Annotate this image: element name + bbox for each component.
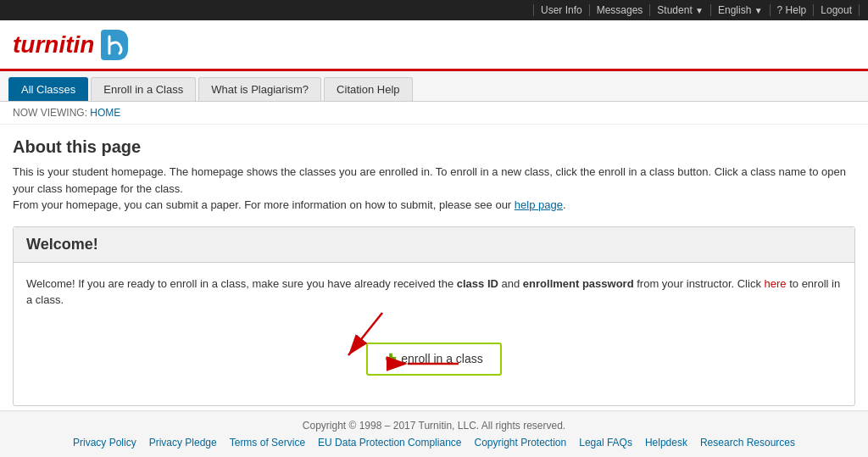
breadcrumb-current[interactable]: HOME [90, 107, 120, 119]
tab-what-is-plagiarism[interactable]: What is Plagiarism? [198, 77, 321, 101]
student-dropdown[interactable]: Student ▼ [650, 4, 711, 16]
welcome-message: Welcome! If you are ready to enroll in a… [26, 276, 842, 309]
enrollment-password-text: enrollment password [523, 277, 634, 290]
enroll-button-area: ✚ enroll in a class [26, 334, 842, 393]
breadcrumb-prefix: NOW VIEWING: [13, 107, 87, 119]
tab-all-classes[interactable]: All Classes [8, 77, 88, 101]
welcome-box: Welcome! Welcome! If you are ready to en… [13, 226, 855, 406]
tab-citation-help[interactable]: Citation Help [324, 77, 412, 101]
footer: Copyright © 1998 – 2017 Turnitin, LLC. A… [0, 410, 868, 457]
header: turnitin [0, 20, 868, 71]
logo-icon [101, 30, 128, 60]
footer-privacy-policy[interactable]: Privacy Policy [73, 437, 136, 449]
english-dropdown-arrow: ▼ [754, 6, 763, 15]
welcome-content: Welcome! If you are ready to enroll in a… [14, 263, 854, 405]
footer-helpdesk[interactable]: Helpdesk [645, 437, 687, 449]
nav-tabs: All Classes Enroll in a Class What is Pl… [0, 71, 868, 102]
plus-icon: ✚ [385, 351, 396, 367]
user-info-link[interactable]: User Info [533, 4, 590, 16]
footer-eu-data[interactable]: EU Data Protection Compliance [318, 437, 461, 449]
logout-link[interactable]: Logout [814, 4, 860, 16]
about-text: This is your student homepage. The homep… [13, 164, 855, 214]
main-content: About this page This is your student hom… [0, 125, 868, 432]
footer-legal-faqs[interactable]: Legal FAQs [579, 437, 632, 449]
enroll-in-class-button[interactable]: ✚ enroll in a class [366, 343, 502, 376]
breadcrumb: NOW VIEWING: HOME [0, 102, 868, 125]
class-id-text: class ID [457, 277, 498, 290]
tab-enroll-in-class[interactable]: Enroll in a Class [91, 77, 196, 101]
welcome-content-inner: Welcome! If you are ready to enroll in a… [26, 276, 842, 393]
logo-text: turnitin [13, 31, 94, 59]
footer-copyright-protection[interactable]: Copyright Protection [474, 437, 566, 449]
here-link[interactable]: here [765, 277, 787, 290]
footer-links: Privacy Policy Privacy Pledge Terms of S… [8, 437, 860, 449]
footer-copyright: Copyright © 1998 – 2017 Turnitin, LLC. A… [8, 420, 860, 432]
footer-terms-of-service[interactable]: Terms of Service [230, 437, 305, 449]
svg-rect-0 [103, 31, 126, 59]
messages-link[interactable]: Messages [590, 4, 651, 16]
welcome-header: Welcome! [14, 227, 854, 263]
student-dropdown-arrow: ▼ [695, 6, 704, 15]
english-dropdown[interactable]: English ▼ [711, 4, 771, 16]
help-link[interactable]: ? Help [771, 4, 815, 16]
footer-privacy-pledge[interactable]: Privacy Pledge [149, 437, 217, 449]
about-title: About this page [13, 137, 855, 157]
logo: turnitin [13, 30, 128, 60]
help-page-link[interactable]: help page [515, 198, 563, 211]
top-bar: User Info Messages Student ▼ English ▼ ?… [0, 0, 868, 20]
footer-research-resources[interactable]: Research Resources [700, 437, 795, 449]
logo-svg [103, 31, 126, 59]
